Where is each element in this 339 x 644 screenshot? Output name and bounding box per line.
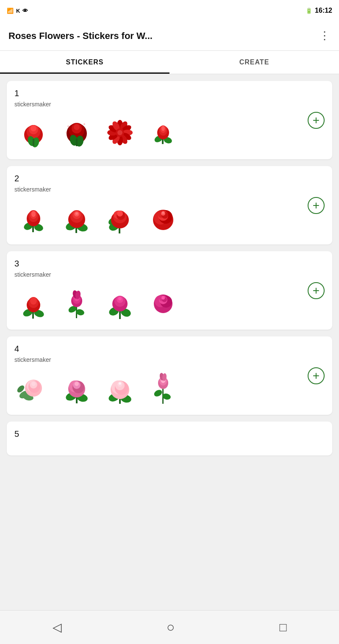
sticker-2-4: [144, 199, 182, 237]
sticker-4-2: [58, 369, 96, 407]
recents-button[interactable]: □: [279, 621, 286, 634]
sticker-1-1: [14, 114, 53, 152]
svg-point-16: [66, 132, 67, 133]
pack-author-4: stickersmaker: [14, 356, 325, 363]
svg-point-121: [119, 382, 121, 385]
sticker-pack-4: 4 stickersmaker: [7, 336, 332, 415]
plus-icon-3: +: [313, 285, 320, 297]
sticker-2-1: [14, 199, 53, 237]
svg-rect-13: [76, 139, 78, 146]
status-left-icons: 📶 K 👁: [7, 8, 28, 14]
pack-number-5: 5: [14, 429, 19, 439]
pack-1-stickers: [14, 114, 325, 152]
svg-point-15: [83, 123, 85, 125]
pack-number-1: 1: [14, 89, 325, 98]
svg-point-68: [162, 211, 164, 214]
pack-author-3: stickersmaker: [14, 271, 325, 278]
svg-point-112: [75, 382, 79, 386]
app-bar: Roses Flowers - Stickers for W... ⋮: [0, 21, 339, 51]
back-button[interactable]: ◁: [53, 620, 62, 634]
svg-point-10: [74, 124, 80, 130]
pack-author-2: stickersmaker: [14, 186, 325, 193]
svg-rect-6: [33, 139, 34, 146]
svg-point-37: [161, 126, 165, 131]
signal-icon: 📶: [7, 8, 14, 14]
pack-author-1: stickersmaker: [14, 101, 325, 108]
add-pack-4-button[interactable]: +: [308, 367, 325, 384]
battery-icon: 🔋: [306, 8, 312, 14]
pack-3-stickers: [14, 284, 325, 322]
svg-point-3: [31, 125, 36, 131]
svg-point-52: [75, 212, 78, 215]
home-button[interactable]: ○: [167, 619, 175, 635]
sticker-pack-3: 3 stickersmaker: [7, 251, 332, 330]
sticker-pack-5-partial: 5: [7, 422, 332, 455]
sticker-2-3: [101, 199, 139, 237]
svg-point-104: [31, 382, 36, 386]
sticker-3-3: [101, 284, 139, 322]
sticker-3-1: [14, 284, 53, 322]
add-pack-3-button[interactable]: +: [308, 282, 325, 299]
plus-icon-2: +: [313, 200, 320, 211]
add-pack-2-button[interactable]: +: [308, 197, 325, 214]
svg-point-30: [117, 130, 122, 135]
sticker-1-3: [101, 114, 139, 152]
add-pack-1-button[interactable]: +: [308, 112, 325, 129]
status-bar: 📶 K 👁 🔋 16:12: [0, 0, 339, 21]
sticker-1-4: [144, 114, 182, 152]
pack-number-3: 3: [14, 259, 325, 269]
sim-icon: K: [16, 8, 20, 14]
tab-bar: STICKERS CREATE: [0, 51, 339, 74]
navigation-bar: ◁ ○ □: [0, 610, 339, 644]
status-right: 🔋 16:12: [306, 7, 332, 14]
svg-point-96: [161, 296, 165, 300]
sticker-4-3: [101, 369, 139, 407]
pack-number-2: 2: [14, 174, 325, 183]
plus-icon-4: +: [313, 370, 320, 382]
svg-point-44: [31, 211, 36, 217]
svg-point-14: [67, 125, 69, 127]
plus-icon-1: +: [313, 114, 320, 126]
sticker-3-2: [58, 284, 96, 322]
sticker-3-4: [144, 284, 182, 322]
overflow-menu-button[interactable]: ⋮: [319, 29, 331, 42]
svg-point-123: [153, 389, 163, 398]
sticker-pack-2: 2 stickersmaker: [7, 166, 332, 244]
sticker-4-4: [144, 369, 182, 407]
pack-4-stickers: [14, 369, 325, 407]
eye-icon: 👁: [22, 8, 28, 14]
sticker-pack-1: 1 stickersmaker: [7, 81, 332, 159]
sticker-packs-list: 1 stickersmaker: [0, 74, 339, 610]
svg-point-89: [118, 297, 122, 300]
app-title: Roses Flowers - Stickers for W...: [8, 31, 153, 42]
svg-point-74: [30, 297, 37, 305]
sticker-4-1: [14, 369, 53, 407]
pack-number-4: 4: [14, 344, 325, 354]
sticker-1-2: [58, 114, 96, 152]
time-display: 16:12: [315, 7, 332, 14]
svg-point-60: [117, 211, 123, 217]
tab-stickers[interactable]: STICKERS: [0, 51, 170, 74]
tab-create[interactable]: CREATE: [170, 51, 339, 74]
sticker-2-2: [58, 199, 96, 237]
pack-2-stickers: [14, 199, 325, 237]
